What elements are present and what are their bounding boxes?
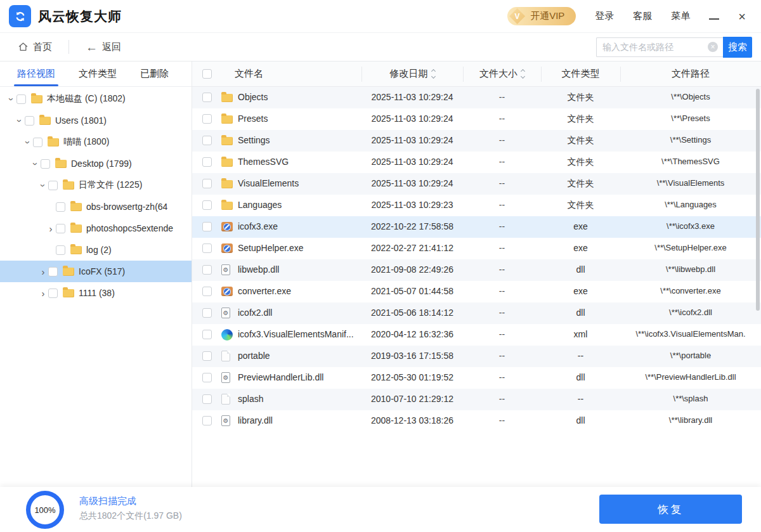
chevron-right-icon[interactable] [38,288,48,299]
menu-button[interactable]: 菜单 [671,10,690,22]
scrollbar-thumb[interactable] [756,89,760,311]
select-all-checkbox[interactable] [202,69,212,79]
home-button[interactable]: 首页 [18,41,52,53]
minimize-icon[interactable] [709,18,719,20]
tree-checkbox[interactable] [56,245,65,255]
exe-icon [221,243,233,253]
table-row[interactable]: ThemesSVG 2025-11-03 10:29:24 -- 文件夹 \**… [192,152,761,173]
table-row[interactable]: splash 2010-07-10 21:29:12 -- -- \**\spl… [192,389,761,410]
row-checkbox[interactable] [202,136,212,145]
tab-path-view[interactable]: 路径视图 [17,68,55,80]
file-name: PreviewHandlerLib.dll [238,372,360,382]
table-row[interactable]: Objects 2025-11-03 10:29:24 -- 文件夹 \**\O… [192,87,761,108]
table-row[interactable]: library.dll 2008-12-13 03:18:26 -- dll \… [192,410,761,432]
chevron-down-icon[interactable] [38,180,48,191]
tree-item-photoshopcs5[interactable]: photoshopcs5extende [0,217,192,239]
table-row[interactable]: Presets 2025-11-03 10:29:24 -- 文件夹 \**\P… [192,108,761,130]
table-row-selected[interactable]: icofx3.exe 2022-10-22 17:58:58 -- exe \*… [192,216,761,238]
file-name: Objects [238,92,360,102]
tree-item-daily-files[interactable]: 日常文件 (1225) [0,174,192,196]
tree-item-miaomiao[interactable]: 喵喵 (1800) [0,131,192,153]
row-checkbox[interactable] [202,243,212,253]
chevron-down-icon[interactable] [15,115,25,126]
file-size: -- [463,157,541,167]
header-file-size[interactable]: 文件大小 [463,68,541,80]
file-size: -- [463,114,541,124]
file-type: -- [541,394,620,404]
row-checkbox[interactable] [202,157,212,167]
row-checkbox[interactable] [202,416,212,425]
header-file-name[interactable]: 文件名 [235,68,263,80]
tree-item-local-disk[interactable]: 本地磁盘 (C) (1802) [0,88,192,110]
chevron-down-icon[interactable] [6,94,16,105]
row-checkbox[interactable] [202,351,212,361]
row-checkbox[interactable] [202,373,212,382]
folder-icon [221,159,233,167]
vip-button[interactable]: V 开通VIP [507,7,576,25]
back-button[interactable]: ← 返回 [86,41,121,53]
tree-item-1111[interactable]: 1111 (38) [0,282,192,304]
header-modified-date[interactable]: 修改日期 [361,68,463,80]
tree-checkbox[interactable] [25,116,34,126]
tree-checkbox[interactable] [41,159,50,169]
table-row[interactable]: converter.exe 2021-05-07 01:44:58 -- exe… [192,281,761,302]
row-checkbox[interactable] [202,200,212,210]
tree-item-icofx[interactable]: IcoFX (517) [0,261,192,282]
tree-checkbox[interactable] [56,202,65,212]
chevron-down-icon[interactable] [23,137,33,148]
tree-item-users[interactable]: Users (1801) [0,110,192,131]
row-checkbox[interactable] [202,330,212,339]
row-checkbox[interactable] [202,114,212,124]
file-path: \**\Presets [620,114,761,123]
table-row[interactable]: VisualElements 2025-11-03 10:29:24 -- 文件… [192,173,761,195]
folder-icon [221,137,233,145]
file-name: Presets [238,114,360,124]
tree-item-log[interactable]: log (2) [0,239,192,261]
table-row[interactable]: icofx2.dll 2021-05-06 18:14:12 -- dll \*… [192,302,761,324]
support-button[interactable]: 客服 [633,10,652,22]
row-checkbox[interactable] [202,308,212,318]
tree-checkbox[interactable] [48,267,58,276]
table-row[interactable]: portable 2019-03-16 17:15:58 -- -- \**\p… [192,346,761,367]
table-row[interactable]: PreviewHandlerLib.dll 2012-05-30 01:19:5… [192,367,761,389]
recover-button[interactable]: 恢复 [599,495,742,524]
chevron-right-icon[interactable] [46,223,56,234]
dll-icon [221,264,230,275]
file-type: 文件夹 [541,178,620,190]
tree-checkbox[interactable] [56,224,65,233]
login-button[interactable]: 登录 [595,10,614,22]
toolbar-divider [68,40,69,54]
chevron-right-icon[interactable] [38,266,48,277]
close-icon[interactable]: × [738,10,746,23]
tree-item-desktop[interactable]: Desktop (1799) [0,153,192,174]
sort-icon[interactable] [521,70,524,78]
tab-deleted[interactable]: 已删除 [140,68,169,80]
tab-file-type[interactable]: 文件类型 [79,68,117,80]
header-file-type[interactable]: 文件类型 [541,68,620,80]
file-icon [221,351,230,361]
row-checkbox[interactable] [202,222,212,231]
search-button[interactable]: 搜索 [723,37,752,58]
header-file-path[interactable]: 文件路径 [620,68,761,80]
tree-checkbox[interactable] [16,94,26,104]
folder-tree: 本地磁盘 (C) (1802) Users (1801) 喵喵 (1800) D… [0,87,192,304]
search-input[interactable] [602,42,709,52]
table-row[interactable]: icofx3.VisualElementsManif... 2020-04-12… [192,324,761,346]
tree-checkbox[interactable] [48,181,58,190]
table-row[interactable]: Settings 2025-11-03 10:29:24 -- 文件夹 \**\… [192,130,761,152]
row-checkbox[interactable] [202,265,212,275]
sort-icon[interactable] [432,70,435,78]
table-row[interactable]: Languages 2025-11-03 10:29:23 -- 文件夹 \**… [192,195,761,216]
table-row[interactable]: libwebp.dll 2021-09-08 22:49:26 -- dll \… [192,259,761,281]
row-checkbox[interactable] [202,287,212,296]
tree-item-obs-browsertg[interactable]: obs-browsertg-zh(64 [0,196,192,217]
header-label: 修改日期 [390,68,428,80]
row-checkbox[interactable] [202,179,212,188]
clear-search-icon[interactable]: × [708,42,718,52]
row-checkbox[interactable] [202,394,212,404]
row-checkbox[interactable] [202,93,212,102]
chevron-down-icon[interactable] [30,159,41,169]
table-row[interactable]: SetupHelper.exe 2022-02-27 21:41:12 -- e… [192,238,761,259]
tree-checkbox[interactable] [33,138,42,147]
tree-checkbox[interactable] [48,289,58,298]
